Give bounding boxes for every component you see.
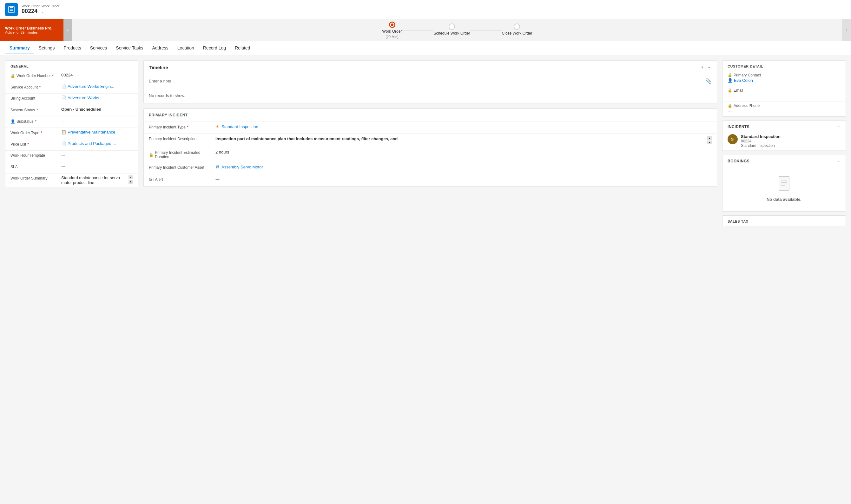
incident-field-type: Primary Incident Type * ⚠ Standard Inspe…: [144, 122, 717, 133]
bookings-empty-icon: [778, 176, 791, 194]
field-work-order-summary: Work Order Summary Standard maintenance …: [5, 174, 138, 187]
middle-panel: Timeline + ··· 📎 No records to show. PRI…: [143, 60, 717, 499]
incident-value-customer-asset[interactable]: 🛠 Assembly Servo Motor: [215, 165, 712, 169]
field-value-service-account[interactable]: 📄 Adventure Works Engin...: [61, 84, 133, 89]
incident-item-name: Standard Inspection: [741, 134, 833, 139]
field-value-billing-account[interactable]: 📄 Adventure Works: [61, 95, 133, 100]
tab-related[interactable]: Related: [230, 42, 254, 54]
incident-header: PRIMARY INCIDENT: [144, 109, 717, 122]
incident-field-customer-asset: Primary Incident Customer Asset 🛠 Assemb…: [144, 162, 717, 174]
bookings-title: BOOKINGS: [728, 159, 749, 163]
bpf-stage-1[interactable]: Work Order (29 Min): [382, 22, 402, 39]
field-value-price-list[interactable]: 📄 Products and Packaged ...: [61, 141, 133, 146]
sales-tax-card: SALES TAX: [722, 215, 846, 226]
bookings-empty-text: No data available.: [767, 197, 801, 202]
incident-label-duration: 🔒 Primary Incident Estimated Duration: [149, 150, 215, 159]
field-service-account: Service Account * 📄 Adventure Works Engi…: [5, 82, 138, 94]
timeline-attachment-icon[interactable]: 📎: [705, 78, 712, 84]
bpf-stage-2-circle: [449, 23, 455, 30]
bookings-header: BOOKINGS ···: [723, 155, 846, 166]
timeline-empty-text: No records to show.: [144, 88, 717, 103]
tab-location[interactable]: Location: [173, 42, 199, 54]
timeline-add-button[interactable]: +: [701, 65, 704, 70]
field-work-hour-template: Work Hour Template ---: [5, 151, 138, 162]
bpf-prev-button[interactable]: ‹: [64, 19, 72, 41]
timeline-header: Timeline + ···: [144, 60, 717, 74]
incident-item-more-button[interactable]: ···: [836, 134, 840, 140]
required-substatus: *: [35, 119, 36, 124]
tab-settings[interactable]: Settings: [34, 42, 59, 54]
timeline-title: Timeline: [149, 65, 168, 70]
general-section-title: GENERAL: [5, 60, 138, 71]
incident-label-type: Primary Incident Type *: [149, 124, 215, 130]
field-substatus: 👤 Substatus * ---: [5, 116, 138, 128]
bookings-more-button[interactable]: ···: [836, 158, 840, 164]
main-content: GENERAL 🔒 Work Order Number * 00224 Serv…: [0, 55, 851, 504]
sales-tax-title: SALES TAX: [723, 216, 846, 226]
tabs-bar: Summary Settings Products Services Servi…: [0, 41, 851, 55]
lock-icon-substatus: 👤: [11, 119, 15, 124]
field-value-work-order-type[interactable]: 📋 Preventative Maintenance: [61, 130, 133, 134]
incident-field-description: Primary Incident Description Inspection …: [144, 133, 717, 147]
address-phone-value: ---: [728, 108, 840, 113]
required-work-order-type: *: [41, 130, 42, 136]
bpf-stage-2[interactable]: Schedule Work Order: [433, 23, 470, 37]
timeline-more-button[interactable]: ···: [708, 65, 712, 70]
incident-field-duration: 🔒 Primary Incident Estimated Duration 2 …: [144, 147, 717, 162]
incident-label-iot-alert: IoT Alert: [149, 177, 215, 182]
timeline-note-input[interactable]: [149, 79, 705, 84]
tab-service-tasks[interactable]: Service Tasks: [111, 42, 147, 54]
entity-icon-primary-contact: 👤: [728, 78, 733, 83]
field-label-price-list: Price List *: [11, 141, 61, 147]
incidents-more-button[interactable]: ···: [836, 124, 840, 130]
tab-products[interactable]: Products: [59, 42, 85, 54]
incident-list-item: SI Standard Inspection 00224 Standard In…: [723, 132, 846, 151]
field-value-work-order-number: 00224: [61, 73, 133, 77]
entity-icon-service-account: 📄: [61, 84, 66, 89]
required-work-order-number: *: [52, 73, 54, 78]
incident-value-iot-alert: ---: [215, 177, 712, 181]
app-header: Work Order: Work Order 00224 ⌄: [0, 0, 851, 19]
incident-section-title: PRIMARY INCIDENT: [149, 113, 188, 118]
header-dropdown-icon[interactable]: ⌄: [41, 9, 45, 14]
scroll-down-summary[interactable]: ▼: [128, 180, 133, 184]
header-subtitle: Work Order: Work Order: [22, 4, 59, 8]
incidents-title: INCIDENTS: [728, 125, 749, 129]
address-phone-label: 🔒 Address Phone: [728, 103, 840, 108]
lock-icon-duration: 🔒: [149, 152, 154, 157]
entity-icon-billing-account: 📄: [61, 95, 66, 100]
tab-summary[interactable]: Summary: [5, 42, 34, 54]
bpf-stage-1-circle: [389, 22, 395, 28]
description-scroll-arrows: ▲ ▼: [707, 136, 712, 144]
incident-avatar: SI: [728, 134, 738, 144]
field-label-substatus: 👤 Substatus *: [11, 118, 61, 124]
address-phone-block: 🔒 Address Phone ---: [723, 102, 846, 116]
bpf-stages: Work Order (29 Min) Schedule Work Order …: [72, 22, 842, 39]
field-label-work-order-number: 🔒 Work Order Number *: [11, 73, 61, 78]
timeline-actions: + ···: [701, 65, 712, 70]
field-value-system-status: Open - Unscheduled: [61, 107, 133, 112]
incident-value-duration: 2 hours: [215, 150, 712, 155]
tab-services[interactable]: Services: [86, 42, 112, 54]
lock-icon-primary-contact: 🔒: [728, 73, 732, 77]
field-work-order-type: Work Order Type * 📋 Preventative Mainten…: [5, 128, 138, 139]
incident-item-type: Standard Inspection: [741, 143, 833, 148]
scroll-down-desc[interactable]: ▼: [707, 141, 712, 144]
field-label-system-status: System Status *: [11, 107, 61, 113]
tab-record-log[interactable]: Record Log: [199, 42, 230, 54]
primary-contact-label: 🔒 Primary Contact: [728, 73, 840, 77]
bpf-stage-3[interactable]: Close Work Order: [502, 23, 532, 37]
primary-contact-value[interactable]: 👤 Eva Colon: [728, 78, 840, 83]
incidents-header: INCIDENTS ···: [723, 121, 846, 132]
entity-icon-customer-asset: 🛠: [215, 165, 219, 169]
tab-address[interactable]: Address: [147, 42, 173, 54]
bpf-active-title: Work Order Business Pro...: [5, 26, 60, 31]
scroll-up-desc[interactable]: ▲: [707, 136, 712, 140]
bpf-active-stage[interactable]: Work Order Business Pro... Active for 29…: [0, 19, 64, 41]
incident-label-description: Primary Incident Description: [149, 136, 215, 141]
bpf-next-button[interactable]: ›: [842, 19, 851, 41]
business-process-bar: Work Order Business Pro... Active for 29…: [0, 19, 851, 41]
lock-icon-work-order-number: 🔒: [11, 74, 15, 78]
scroll-up-summary[interactable]: ▲: [128, 175, 133, 179]
incident-value-type[interactable]: ⚠ Standard Inspection: [215, 124, 712, 129]
